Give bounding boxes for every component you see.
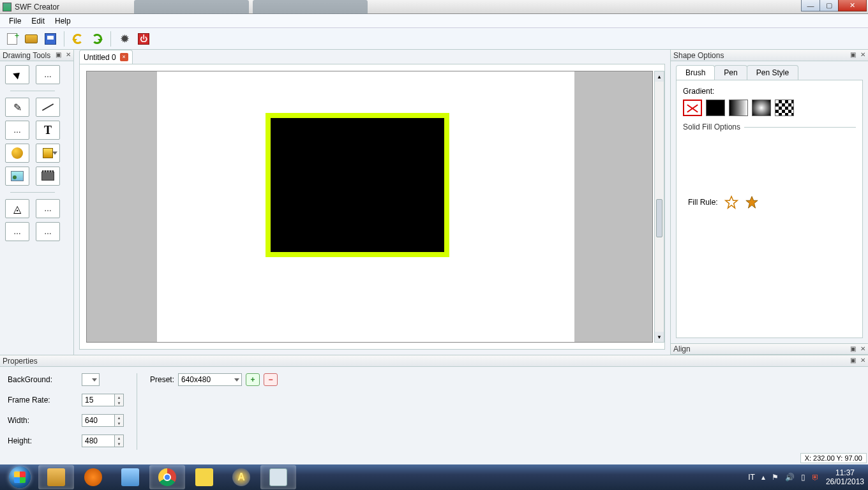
framerate-spinner[interactable]: ▲▼ <box>115 394 124 406</box>
preset-combo[interactable]: 640x480 <box>178 373 242 386</box>
settings-button[interactable]: ✹ <box>116 31 133 47</box>
properties-title: Properties <box>3 357 38 366</box>
battery-icon[interactable]: ▯ <box>801 473 805 482</box>
more-tool-1[interactable]: … <box>36 65 60 84</box>
ellipsis-icon: … <box>13 227 21 236</box>
movie-tool[interactable] <box>36 167 60 186</box>
drawing-tools-title: Drawing Tools <box>3 51 50 60</box>
drawing-tools-panel: Drawing Tools ▣ ✕ … ✎ … T ◬ … … … <box>0 50 74 355</box>
shield-icon[interactable]: ⛨ <box>812 473 819 482</box>
fill-rule-evenodd[interactable] <box>745 195 759 209</box>
tray-chevron-icon[interactable]: ▴ <box>761 473 765 482</box>
window-title: SWF Creator <box>15 3 59 11</box>
volume-icon[interactable]: 🔊 <box>785 473 795 482</box>
redo-button[interactable] <box>89 31 105 47</box>
fill-rule-nonzero[interactable] <box>724 195 738 209</box>
rectangle-icon <box>43 148 53 158</box>
select-tool[interactable] <box>5 65 29 84</box>
framerate-label: Frame Rate: <box>8 396 82 405</box>
task-chrome[interactable] <box>149 465 185 489</box>
background-color-picker[interactable] <box>82 373 100 386</box>
preset-remove-button[interactable]: − <box>264 373 278 386</box>
panel-controls[interactable]: ▣ ✕ <box>850 51 867 58</box>
gradient-linear[interactable] <box>729 100 748 116</box>
tab-pen-style[interactable]: Pen Style <box>747 65 798 80</box>
text-tool[interactable]: T <box>36 121 60 140</box>
more-tool-5[interactable]: … <box>36 222 60 241</box>
start-button[interactable] <box>3 465 37 489</box>
maximize-button[interactable]: ▢ <box>819 0 839 11</box>
vertical-scrollbar[interactable]: ▲ ▼ <box>654 71 664 343</box>
gradient-pattern[interactable] <box>775 100 794 116</box>
flag-icon[interactable]: ⚑ <box>772 473 779 482</box>
canvas-viewport[interactable] <box>86 71 653 343</box>
lang-indicator[interactable]: IT <box>748 473 755 482</box>
document-tab-label: Untitled 0 <box>84 53 116 62</box>
task-app-a[interactable]: A <box>223 465 259 489</box>
pencil-tool[interactable]: ✎ <box>5 98 29 117</box>
minimize-button[interactable]: — <box>801 0 820 11</box>
solid-fill-options-label: Solid Fill Options <box>683 122 856 131</box>
app-icon <box>3 3 11 11</box>
task-folder[interactable] <box>112 465 148 489</box>
clock-time: 11:37 <box>826 468 864 477</box>
height-label: Height: <box>8 436 82 445</box>
save-button[interactable] <box>42 31 59 47</box>
gradient-radial[interactable] <box>752 100 771 116</box>
clock[interactable]: 11:37 26/01/2013 <box>826 468 864 487</box>
fill-tool[interactable]: ◬ <box>5 199 29 218</box>
gradient-solid[interactable] <box>706 100 725 116</box>
task-media-player[interactable] <box>75 465 111 489</box>
framerate-input[interactable] <box>82 394 115 406</box>
stop-button[interactable]: ⏻ <box>135 31 152 47</box>
document-tab-close[interactable]: × <box>120 53 128 61</box>
height-spinner[interactable]: ▲▼ <box>115 434 124 447</box>
task-swf-creator[interactable] <box>260 465 296 489</box>
circle-icon <box>11 147 23 159</box>
scroll-thumb[interactable] <box>656 199 662 237</box>
panel-controls[interactable]: ▣ ✕ <box>56 51 72 58</box>
menu-edit[interactable]: Edit <box>26 15 50 27</box>
more-tool-3[interactable]: … <box>36 199 60 218</box>
panel-controls[interactable]: ▣ ✕ <box>850 345 867 352</box>
height-input[interactable] <box>82 434 115 447</box>
menu-help[interactable]: Help <box>50 15 76 27</box>
taskbar: A IT ▴ ⚑ 🔊 ▯ ⛨ 11:37 26/01/2013 <box>0 464 868 490</box>
line-icon <box>42 103 54 111</box>
task-explorer[interactable] <box>38 465 74 489</box>
width-input[interactable] <box>82 414 115 427</box>
tab-brush[interactable]: Brush <box>676 65 715 80</box>
shape-options-header: Shape Options ▣ ✕ <box>671 50 868 61</box>
more-tool-2[interactable]: … <box>5 121 29 140</box>
width-spinner[interactable]: ▲▼ <box>115 414 124 427</box>
task-notes[interactable] <box>186 465 222 489</box>
scroll-down-icon[interactable]: ▼ <box>655 332 664 342</box>
more-tool-4[interactable]: … <box>5 222 29 241</box>
canvas-page[interactable] <box>157 71 574 342</box>
menubar: File Edit Help <box>0 14 868 28</box>
svg-marker-1 <box>746 197 758 208</box>
preset-add-button[interactable]: + <box>246 373 260 386</box>
undo-button[interactable] <box>70 31 86 47</box>
open-file-button[interactable] <box>23 31 40 47</box>
ellipsis-icon: … <box>13 126 21 135</box>
new-file-button[interactable]: + <box>4 31 20 47</box>
scroll-up-icon[interactable]: ▲ <box>655 71 664 82</box>
app-a-icon: A <box>232 468 250 486</box>
document-tab[interactable]: Untitled 0 × <box>79 50 133 64</box>
rectangle-shape[interactable] <box>266 113 449 257</box>
close-button[interactable]: ✕ <box>838 0 867 11</box>
image-tool[interactable] <box>5 167 29 186</box>
fill-rule-row: Fill Rule: <box>683 195 856 209</box>
menu-file[interactable]: File <box>4 15 26 27</box>
fill-rule-label: Fill Rule: <box>688 198 718 207</box>
gradient-none[interactable] <box>683 100 702 116</box>
rectangle-tool[interactable] <box>36 144 60 163</box>
properties-header: Properties ▣ ✕ <box>0 355 868 367</box>
panel-controls[interactable]: ▣ ✕ <box>850 357 867 364</box>
undo-icon <box>73 34 83 44</box>
media-player-icon <box>84 468 102 486</box>
circle-tool[interactable] <box>5 144 29 163</box>
line-tool[interactable] <box>36 98 60 117</box>
tab-pen[interactable]: Pen <box>714 65 747 80</box>
